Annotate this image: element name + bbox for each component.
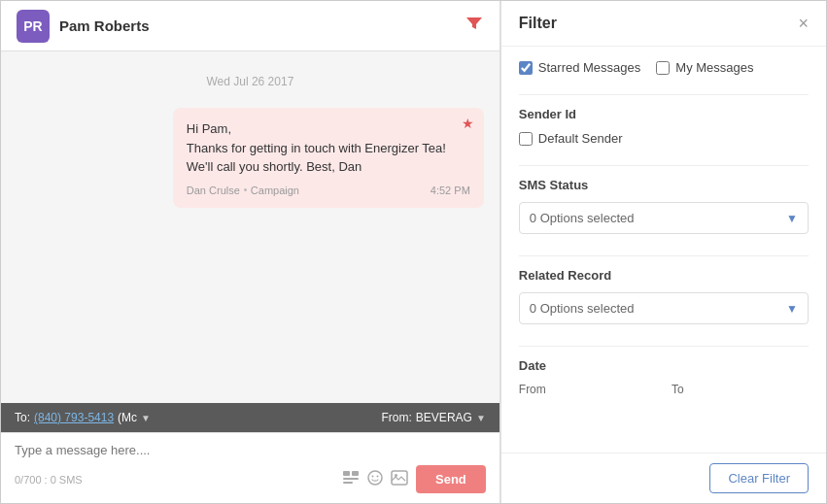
svg-point-5 [372,475,374,477]
sms-status-title: SMS Status [519,178,809,192]
app-container: PR Pam Roberts Wed Jul 26 2017 ★ Hi Pam,… [0,0,827,504]
message-type: Campaign [251,185,299,196]
sms-status-arrow-icon: ▼ [786,212,798,225]
message-time: 4:52 PM [431,185,470,196]
divider-4 [519,346,809,347]
char-count: 0/700 : 0 SMS [15,474,83,486]
template-icon[interactable] [342,470,360,489]
filter-title: Filter [519,15,557,32]
close-filter-button[interactable]: × [798,15,809,32]
filter-checkboxes-row: Starred Messages My Messages [519,60,809,75]
phone-number[interactable]: (840) 793-5413 [34,411,114,424]
filter-body: Starred Messages My Messages Sender Id D… [501,47,826,453]
from-label: From: [382,411,412,424]
filter-button[interactable] [465,14,484,38]
message-sender: Dan Crulse Campaign [187,185,299,196]
starred-messages-checkbox[interactable]: Starred Messages [519,60,641,75]
sms-status-value: 0 Options selected [530,211,635,225]
starred-messages-label: Starred Messages [538,60,641,75]
date-from-label: From [519,383,656,396]
sender-id-row: Default Sender [519,131,809,146]
image-icon[interactable] [391,470,408,489]
svg-point-4 [368,471,382,485]
svg-rect-0 [343,471,350,476]
mc-label: (Mc [118,411,137,424]
clear-filter-button[interactable]: Clear Filter [709,463,809,493]
star-icon: ★ [462,116,474,131]
template-svg-icon [342,470,360,486]
emoji-svg-icon [367,470,383,486]
to-chevron-icon[interactable]: ▼ [141,413,151,423]
related-record-title: Related Record [519,268,809,283]
message-line1: Hi Pam, [187,121,231,136]
header-bar: PR Pam Roberts [1,1,500,51]
image-svg-icon [391,470,408,486]
date-title: Date [519,358,809,373]
date-from-col: From [519,383,656,400]
message-text: Hi Pam, Thanks for getting in touch with… [187,119,470,177]
input-bottom-row: 0/700 : 0 SMS [15,465,486,493]
message-bubble: ★ Hi Pam, Thanks for getting in touch wi… [173,108,484,208]
message-input[interactable] [15,443,486,457]
svg-point-6 [377,475,379,477]
date-to-col: To [672,383,809,400]
message-line3: We'll call you shortly. Best, Dan [187,159,362,174]
from-chevron-icon[interactable]: ▼ [476,413,486,423]
to-section: To: (840) 793-5413 (Mc ▼ [15,411,151,424]
sender-id-title: Sender Id [519,107,809,121]
avatar: PR [17,10,50,43]
svg-rect-2 [343,478,359,480]
svg-point-8 [395,474,397,477]
filter-panel: Filter × Starred Messages My Messages Se… [500,1,826,503]
from-value: BEVERAG [416,411,472,424]
my-messages-label: My Messages [675,60,753,75]
contact-name: Pam Roberts [59,17,150,34]
default-sender-label: Default Sender [538,131,623,146]
svg-rect-1 [352,471,359,476]
emoji-icon[interactable] [367,470,383,489]
date-to-label: To [672,383,809,396]
message-wrap: ★ Hi Pam, Thanks for getting in touch wi… [17,108,484,208]
default-sender-checkbox[interactable]: Default Sender [519,131,623,146]
divider-2 [519,165,809,166]
divider-3 [519,255,809,256]
related-record-dropdown[interactable]: 0 Options selected ▼ [519,292,809,324]
sender-name: Dan Crulse [187,185,240,196]
svg-rect-3 [343,482,353,484]
message-line2: Thanks for getting in touch with Energiz… [187,141,446,155]
filter-footer: Clear Filter [501,453,826,503]
related-record-value: 0 Options selected [530,301,635,316]
sms-status-dropdown[interactable]: 0 Options selected ▼ [519,202,809,234]
left-panel: PR Pam Roberts Wed Jul 26 2017 ★ Hi Pam,… [1,1,500,503]
bottom-bar: To: (840) 793-5413 (Mc ▼ From: BEVERAG ▼ [1,403,500,432]
header-left: PR Pam Roberts [17,10,150,43]
filter-icon [465,14,484,33]
my-messages-input[interactable] [656,61,670,75]
separator-dot [244,188,247,191]
default-sender-input[interactable] [519,132,533,146]
filter-header: Filter × [501,1,826,47]
starred-messages-input[interactable] [519,61,533,75]
message-input-area: 0/700 : 0 SMS [1,432,500,503]
to-label: To: [15,411,30,424]
my-messages-checkbox[interactable]: My Messages [656,60,753,75]
messages-area: Wed Jul 26 2017 ★ Hi Pam, Thanks for get… [1,51,500,403]
message-meta: Dan Crulse Campaign 4:52 PM [187,185,470,196]
input-actions: Send [342,465,486,493]
send-button[interactable]: Send [416,465,486,493]
related-record-arrow-icon: ▼ [786,302,798,316]
from-section: From: BEVERAG ▼ [382,411,486,424]
date-separator: Wed Jul 26 2017 [17,75,484,88]
date-row: From To [519,383,809,400]
divider-1 [519,94,809,95]
